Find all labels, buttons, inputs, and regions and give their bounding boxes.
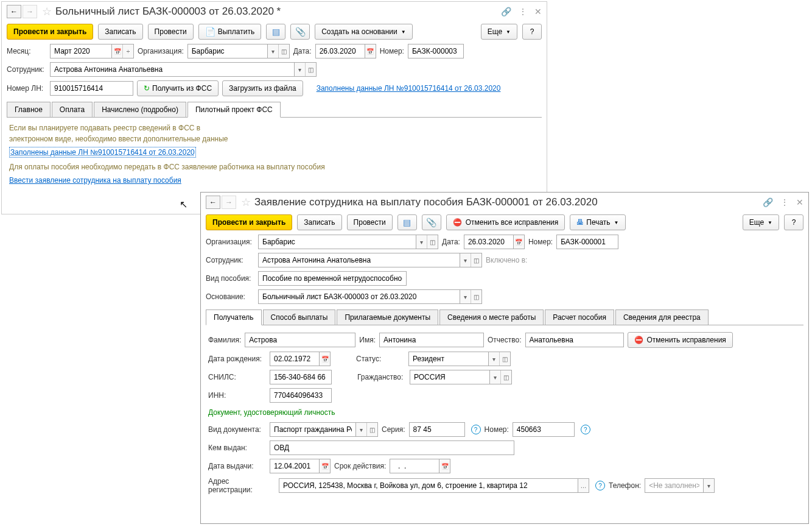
ellipsis-icon[interactable]: … [578, 479, 589, 492]
ln-field[interactable] [50, 81, 133, 96]
post-close-button[interactable]: Провести и закрыть [7, 24, 93, 40]
number-field[interactable] [408, 44, 464, 58]
docnum-field[interactable] [513, 422, 575, 437]
open-icon[interactable]: ◫ [471, 290, 481, 303]
address-field[interactable]: … [279, 478, 589, 493]
write-button[interactable]: Записать [98, 24, 142, 40]
help-button[interactable]: ? [784, 214, 803, 230]
help-icon[interactable]: ? [471, 425, 481, 434]
link-filled-ln[interactable]: Заполнены данные ЛН №910015716414 от 26.… [9, 147, 196, 158]
dropdown-icon[interactable]: ▾ [460, 290, 471, 303]
menu-icon[interactable]: ⋮ [780, 197, 789, 207]
help-icon[interactable]: ? [595, 481, 605, 490]
attach-button[interactable]: 📎 [422, 214, 441, 230]
date-field[interactable]: 📅 [315, 44, 376, 58]
org-field[interactable]: ▾◫ [187, 44, 290, 58]
attach-button[interactable]: 📎 [290, 24, 310, 40]
tab-payment[interactable]: Оплата [52, 102, 93, 117]
calendar-icon[interactable]: 📅 [513, 235, 524, 249]
dropdown-icon[interactable]: ▾ [460, 253, 471, 267]
month-field[interactable]: 📅÷ [50, 44, 134, 58]
calendar-icon[interactable]: 📅 [319, 459, 330, 473]
issued-by-field[interactable] [270, 440, 514, 455]
nav-back-button[interactable]: ← [206, 196, 220, 209]
more-button[interactable]: Еще▼ [743, 214, 779, 230]
tab-accrued[interactable]: Начислено (подробно) [94, 102, 186, 117]
open-icon[interactable]: ◫ [366, 423, 377, 436]
list-button[interactable]: ▤ [266, 24, 285, 40]
issue-date-field[interactable]: 📅 [270, 459, 331, 473]
series-field[interactable] [409, 422, 465, 437]
tab-attachments[interactable]: Прилагаемые документы [337, 309, 438, 325]
dropdown-icon[interactable]: ▾ [355, 423, 366, 436]
open-icon[interactable]: ◫ [500, 370, 511, 384]
tab-main[interactable]: Главное [7, 102, 51, 117]
link-create-app[interactable]: Ввести заявление сотрудника на выплату п… [9, 176, 181, 185]
link-icon[interactable]: 🔗 [763, 197, 773, 207]
dropdown-icon[interactable]: ▾ [703, 479, 714, 492]
nav-back-button[interactable]: ← [7, 5, 21, 18]
get-fss-button[interactable]: ↻Получить из ФСС [137, 80, 219, 96]
list-button[interactable]: ▤ [397, 214, 417, 230]
inn-field[interactable] [270, 388, 332, 403]
dropdown-icon[interactable]: ▾ [416, 235, 427, 249]
open-icon[interactable]: ◫ [471, 253, 481, 267]
employee-field[interactable]: ▾◫ [258, 253, 482, 267]
employee-field[interactable]: ▾◫ [50, 62, 317, 77]
tab-calculation[interactable]: Расчет пособия [545, 309, 614, 325]
close-icon[interactable]: ✕ [796, 197, 803, 207]
calendar-icon[interactable]: 📅 [439, 459, 450, 473]
tab-registry[interactable]: Сведения для реестра [615, 309, 709, 325]
cancel-fix-button[interactable]: ⛔Отменить исправления [628, 332, 733, 348]
write-button[interactable]: Записать [297, 214, 341, 230]
phone-field[interactable]: ▾ [645, 478, 715, 493]
nav-forward-button[interactable]: → [23, 5, 37, 18]
open-icon[interactable]: ◫ [278, 44, 289, 58]
tab-pilot-fss[interactable]: Пилотный проект ФСС [187, 102, 281, 118]
calendar-icon[interactable]: 📅 [365, 44, 376, 58]
star-icon[interactable]: ☆ [241, 196, 251, 209]
close-icon[interactable]: ✕ [534, 7, 542, 16]
snils-field[interactable] [270, 370, 332, 384]
open-icon[interactable]: ◫ [305, 63, 316, 76]
basis-field[interactable]: ▾◫ [258, 289, 482, 304]
help-icon[interactable]: ? [581, 425, 590, 434]
date-field[interactable]: 📅 [464, 235, 525, 249]
create-from-button[interactable]: Создать на основании▼ [315, 24, 412, 40]
dropdown-icon[interactable]: ▾ [488, 352, 499, 366]
post-close-button[interactable]: Провести и закрыть [206, 214, 292, 230]
doctype-field[interactable]: ▾◫ [270, 422, 378, 437]
tab-workplace[interactable]: Сведения о месте работы [439, 309, 544, 325]
post-button[interactable]: Провести [347, 214, 393, 230]
more-button[interactable]: Еще▼ [481, 24, 517, 40]
nav-forward-button[interactable]: → [222, 196, 236, 209]
dropdown-icon[interactable]: ▾ [267, 44, 278, 58]
tab-recipient[interactable]: Получатель [206, 309, 262, 325]
lastname-field[interactable] [245, 333, 355, 347]
org-field[interactable]: ▾◫ [258, 235, 438, 249]
post-button[interactable]: Провести [148, 24, 194, 40]
ln-data-link[interactable]: Заполнены данные ЛН №910015716414 от 26.… [317, 84, 501, 93]
load-file-button[interactable]: Загрузить из файла [222, 80, 303, 96]
pay-button[interactable]: 📄Выплатить [198, 24, 262, 40]
print-button[interactable]: 🖶Печать▼ [570, 214, 625, 230]
birthdate-field[interactable]: 📅 [270, 352, 331, 366]
number-field[interactable] [556, 235, 618, 249]
stepper-icon[interactable]: ÷ [122, 44, 133, 58]
link-icon[interactable]: 🔗 [501, 7, 511, 16]
star-icon[interactable]: ☆ [42, 5, 52, 18]
calendar-icon[interactable]: 📅 [319, 352, 330, 366]
firstname-field[interactable] [379, 333, 484, 347]
status-field[interactable]: ▾◫ [408, 352, 511, 366]
patronymic-field[interactable] [525, 333, 624, 347]
open-icon[interactable]: ◫ [499, 352, 510, 366]
cancel-all-button[interactable]: ⛔Отменить все исправления [446, 214, 565, 230]
valid-until-field[interactable]: 📅 [390, 459, 450, 473]
tab-payment-method[interactable]: Способ выплаты [263, 309, 336, 325]
dropdown-icon[interactable]: ▾ [294, 63, 305, 76]
help-button[interactable]: ? [522, 24, 542, 40]
benefit-type-field[interactable] [258, 271, 407, 286]
calendar-icon[interactable]: 📅 [111, 44, 122, 58]
citizenship-field[interactable]: ▾◫ [410, 370, 512, 384]
menu-icon[interactable]: ⋮ [519, 7, 527, 16]
